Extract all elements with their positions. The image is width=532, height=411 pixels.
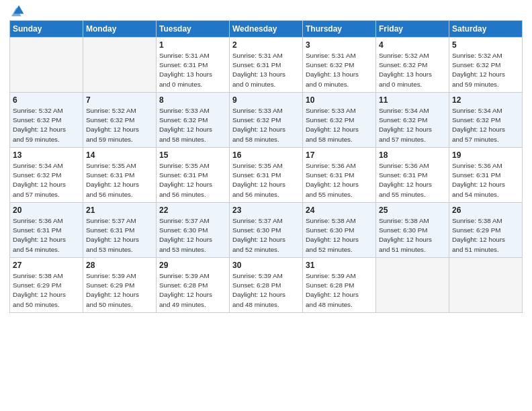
calendar-cell: 15Sunrise: 5:35 AM Sunset: 6:31 PM Dayli… <box>157 148 230 203</box>
calendar-cell: 30Sunrise: 5:39 AM Sunset: 6:28 PM Dayli… <box>230 258 303 313</box>
day-info: Sunrise: 5:36 AM Sunset: 6:31 PM Dayligh… <box>452 161 519 199</box>
day-info: Sunrise: 5:37 AM Sunset: 6:30 PM Dayligh… <box>159 216 226 255</box>
calendar-cell: 13Sunrise: 5:34 AM Sunset: 6:32 PM Dayli… <box>10 148 83 203</box>
day-info: Sunrise: 5:31 AM Sunset: 6:31 PM Dayligh… <box>159 51 226 89</box>
day-number: 13 <box>13 150 80 160</box>
day-info: Sunrise: 5:39 AM Sunset: 6:28 PM Dayligh… <box>232 271 300 310</box>
day-number: 3 <box>306 40 373 50</box>
calendar-cell: 24Sunrise: 5:38 AM Sunset: 6:30 PM Dayli… <box>303 203 376 258</box>
day-number: 16 <box>232 150 300 160</box>
day-info: Sunrise: 5:32 AM Sunset: 6:32 PM Dayligh… <box>379 51 446 89</box>
calendar-cell: 2Sunrise: 5:31 AM Sunset: 6:31 PM Daylig… <box>230 38 303 93</box>
calendar-cell: 22Sunrise: 5:37 AM Sunset: 6:30 PM Dayli… <box>157 203 230 258</box>
day-number: 15 <box>159 150 226 160</box>
calendar-cell: 10Sunrise: 5:33 AM Sunset: 6:32 PM Dayli… <box>303 93 376 148</box>
day-info: Sunrise: 5:34 AM Sunset: 6:32 PM Dayligh… <box>13 161 80 199</box>
day-number: 30 <box>232 261 300 270</box>
day-number: 2 <box>232 40 300 50</box>
day-number: 20 <box>13 205 80 215</box>
calendar-cell: 5Sunrise: 5:32 AM Sunset: 6:32 PM Daylig… <box>449 38 523 93</box>
day-info: Sunrise: 5:33 AM Sunset: 6:32 PM Dayligh… <box>159 106 226 144</box>
weekday-header-thursday: Thursday <box>303 21 376 38</box>
weekday-header-wednesday: Wednesday <box>230 21 303 38</box>
day-info: Sunrise: 5:36 AM Sunset: 6:31 PM Dayligh… <box>379 161 446 199</box>
calendar-cell: 18Sunrise: 5:36 AM Sunset: 6:31 PM Dayli… <box>376 148 449 203</box>
day-info: Sunrise: 5:33 AM Sunset: 6:32 PM Dayligh… <box>232 106 300 144</box>
day-info: Sunrise: 5:38 AM Sunset: 6:29 PM Dayligh… <box>13 271 80 310</box>
day-info: Sunrise: 5:34 AM Sunset: 6:32 PM Dayligh… <box>452 106 519 144</box>
day-info: Sunrise: 5:39 AM Sunset: 6:28 PM Dayligh… <box>306 271 373 310</box>
day-number: 27 <box>13 261 80 270</box>
calendar-week-row: 27Sunrise: 5:38 AM Sunset: 6:29 PM Dayli… <box>10 258 523 313</box>
calendar-cell: 7Sunrise: 5:32 AM Sunset: 6:32 PM Daylig… <box>83 93 157 148</box>
calendar-week-row: 20Sunrise: 5:36 AM Sunset: 6:31 PM Dayli… <box>10 203 523 258</box>
day-info: Sunrise: 5:38 AM Sunset: 6:30 PM Dayligh… <box>379 216 446 255</box>
day-number: 14 <box>86 150 153 160</box>
calendar-week-row: 1Sunrise: 5:31 AM Sunset: 6:31 PM Daylig… <box>10 38 523 93</box>
day-number: 25 <box>379 205 446 215</box>
calendar-cell: 25Sunrise: 5:38 AM Sunset: 6:30 PM Dayli… <box>376 203 449 258</box>
calendar-cell: 16Sunrise: 5:35 AM Sunset: 6:31 PM Dayli… <box>230 148 303 203</box>
weekday-header-tuesday: Tuesday <box>157 21 230 38</box>
calendar-cell <box>10 38 83 93</box>
calendar-cell <box>83 38 157 93</box>
day-number: 7 <box>86 95 153 105</box>
calendar-cell: 28Sunrise: 5:39 AM Sunset: 6:29 PM Dayli… <box>83 258 157 313</box>
day-info: Sunrise: 5:32 AM Sunset: 6:32 PM Dayligh… <box>86 106 153 144</box>
calendar-cell <box>376 258 449 313</box>
day-info: Sunrise: 5:36 AM Sunset: 6:31 PM Dayligh… <box>13 216 80 255</box>
calendar-cell: 20Sunrise: 5:36 AM Sunset: 6:31 PM Dayli… <box>10 203 83 258</box>
day-info: Sunrise: 5:37 AM Sunset: 6:30 PM Dayligh… <box>232 216 300 255</box>
day-info: Sunrise: 5:35 AM Sunset: 6:31 PM Dayligh… <box>86 161 153 199</box>
logo-icon <box>11 3 26 17</box>
day-info: Sunrise: 5:35 AM Sunset: 6:31 PM Dayligh… <box>232 161 300 199</box>
day-info: Sunrise: 5:37 AM Sunset: 6:31 PM Dayligh… <box>86 216 153 255</box>
day-number: 21 <box>86 205 153 215</box>
day-info: Sunrise: 5:39 AM Sunset: 6:28 PM Dayligh… <box>159 271 226 310</box>
day-number: 24 <box>306 205 373 215</box>
day-number: 17 <box>306 150 373 160</box>
day-number: 18 <box>379 150 446 160</box>
day-number: 1 <box>159 40 226 50</box>
day-info: Sunrise: 5:36 AM Sunset: 6:31 PM Dayligh… <box>306 161 373 199</box>
calendar-cell: 3Sunrise: 5:31 AM Sunset: 6:32 PM Daylig… <box>303 38 376 93</box>
day-number: 9 <box>232 95 300 105</box>
calendar-cell: 17Sunrise: 5:36 AM Sunset: 6:31 PM Dayli… <box>303 148 376 203</box>
day-number: 10 <box>306 95 373 105</box>
day-number: 8 <box>159 95 226 105</box>
calendar-cell: 26Sunrise: 5:38 AM Sunset: 6:29 PM Dayli… <box>449 203 523 258</box>
day-info: Sunrise: 5:38 AM Sunset: 6:29 PM Dayligh… <box>452 216 519 255</box>
day-number: 28 <box>86 261 153 270</box>
day-number: 4 <box>379 40 446 50</box>
day-info: Sunrise: 5:39 AM Sunset: 6:29 PM Dayligh… <box>86 271 153 310</box>
day-number: 29 <box>159 261 226 270</box>
weekday-header-friday: Friday <box>376 21 449 38</box>
day-info: Sunrise: 5:35 AM Sunset: 6:31 PM Dayligh… <box>159 161 226 199</box>
day-number: 23 <box>232 205 300 215</box>
day-number: 22 <box>159 205 226 215</box>
day-number: 26 <box>452 205 519 215</box>
day-number: 31 <box>306 261 373 270</box>
calendar-cell: 27Sunrise: 5:38 AM Sunset: 6:29 PM Dayli… <box>10 258 83 313</box>
weekday-header-saturday: Saturday <box>449 21 523 38</box>
page: SundayMondayTuesdayWednesdayThursdayFrid… <box>0 0 532 411</box>
day-info: Sunrise: 5:31 AM Sunset: 6:31 PM Dayligh… <box>232 51 300 89</box>
calendar-cell: 6Sunrise: 5:32 AM Sunset: 6:32 PM Daylig… <box>10 93 83 148</box>
calendar-cell: 9Sunrise: 5:33 AM Sunset: 6:32 PM Daylig… <box>230 93 303 148</box>
calendar-cell: 21Sunrise: 5:37 AM Sunset: 6:31 PM Dayli… <box>83 203 157 258</box>
calendar-cell: 12Sunrise: 5:34 AM Sunset: 6:32 PM Dayli… <box>449 93 523 148</box>
calendar-cell: 23Sunrise: 5:37 AM Sunset: 6:30 PM Dayli… <box>230 203 303 258</box>
calendar-table: SundayMondayTuesdayWednesdayThursdayFrid… <box>9 20 523 313</box>
calendar-cell: 4Sunrise: 5:32 AM Sunset: 6:32 PM Daylig… <box>376 38 449 93</box>
calendar-cell: 19Sunrise: 5:36 AM Sunset: 6:31 PM Dayli… <box>449 148 523 203</box>
logo <box>9 9 26 17</box>
day-info: Sunrise: 5:32 AM Sunset: 6:32 PM Dayligh… <box>452 51 519 89</box>
weekday-header-row: SundayMondayTuesdayWednesdayThursdayFrid… <box>10 21 523 38</box>
day-info: Sunrise: 5:38 AM Sunset: 6:30 PM Dayligh… <box>306 216 373 255</box>
calendar-week-row: 13Sunrise: 5:34 AM Sunset: 6:32 PM Dayli… <box>10 148 523 203</box>
day-info: Sunrise: 5:34 AM Sunset: 6:32 PM Dayligh… <box>379 106 446 144</box>
day-number: 5 <box>452 40 519 50</box>
calendar-cell: 1Sunrise: 5:31 AM Sunset: 6:31 PM Daylig… <box>157 38 230 93</box>
day-info: Sunrise: 5:32 AM Sunset: 6:32 PM Dayligh… <box>13 106 80 144</box>
calendar-cell: 31Sunrise: 5:39 AM Sunset: 6:28 PM Dayli… <box>303 258 376 313</box>
